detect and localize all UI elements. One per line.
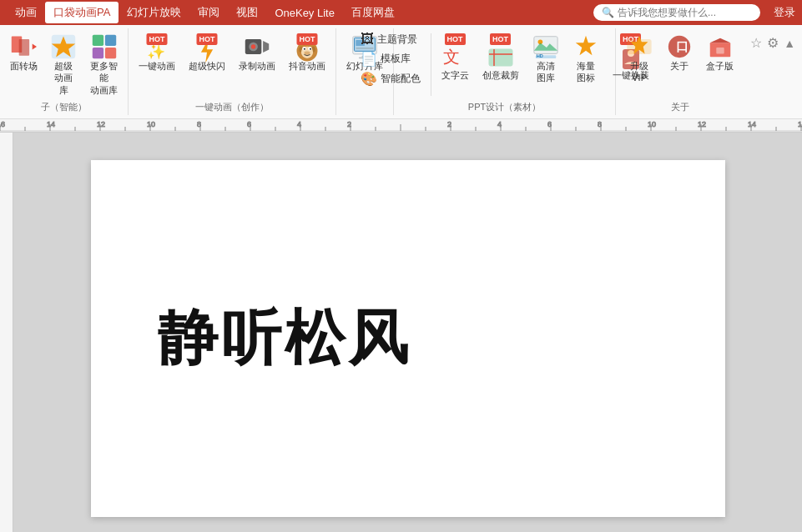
svg-text:HD: HD xyxy=(536,53,542,58)
one-anim-button[interactable]: HOT ✨ 一键动画 xyxy=(134,30,180,75)
svg-text:10: 10 xyxy=(648,120,656,128)
hot-badge-tiktok: HOT xyxy=(297,33,318,45)
about-button[interactable]: 口 关于 xyxy=(661,30,698,75)
creative-cut-button[interactable]: HOT 创意裁剪 xyxy=(477,30,524,84)
main-area: 静听松风 xyxy=(0,133,802,532)
super-flash-button[interactable]: HOT 超级快闪 xyxy=(184,30,230,75)
template-lib-icon: 📄 xyxy=(361,51,377,67)
svg-text:16: 16 xyxy=(798,120,802,128)
svg-point-23 xyxy=(304,51,310,54)
svg-rect-49 xyxy=(716,48,724,54)
smart-lib-icon xyxy=(91,33,118,60)
svg-text:文: 文 xyxy=(443,48,460,66)
mass-icons-button[interactable]: 海量 图标 xyxy=(567,30,604,88)
group-pptdesign-label: PPT设计（素材） xyxy=(468,99,541,113)
slide-area: 静听松风 xyxy=(0,133,802,532)
svg-text:4: 4 xyxy=(297,120,301,128)
settings-icon[interactable]: ⚙ xyxy=(767,35,779,51)
svg-rect-6 xyxy=(104,35,115,46)
ribbon-group-intelligent: 面转场 超级 动画库 xyxy=(0,28,129,115)
text-cloud-label: 文字云 xyxy=(441,69,469,81)
hd-gallery-button[interactable]: HD 高清 图库 xyxy=(527,30,564,88)
upgrade-vip-button[interactable]: 升级 VIP xyxy=(621,30,658,88)
smart-color-button[interactable]: 🎨 智能配色 xyxy=(356,69,426,88)
svg-rect-35 xyxy=(533,37,557,54)
menu-item-onekey[interactable]: OneKey Lite xyxy=(266,3,343,23)
menu-item-pocket[interactable]: 口袋动画PA xyxy=(45,2,119,23)
transition-button[interactable]: 面转场 xyxy=(5,30,42,75)
ruler-horizontal: 161412108642246810121416 xyxy=(0,119,802,133)
svg-text:12: 12 xyxy=(97,120,105,128)
template-lib-button[interactable]: 📄 模板库 xyxy=(356,49,426,68)
group-oneclick-label: 一键动画（创作） xyxy=(195,99,269,113)
search-input[interactable] xyxy=(618,7,751,18)
svg-point-21 xyxy=(304,48,305,50)
ribbon-group-about-content: 升级 VIP 口 关于 xyxy=(621,30,739,99)
menu-item-slideshow[interactable]: 幻灯片放映 xyxy=(119,2,189,23)
upgrade-vip-label: 升级 VIP xyxy=(630,60,648,84)
ruler-vertical xyxy=(0,133,13,532)
ribbon-group-oneclick-content: HOT ✨ 一键动画 HOT 超级快闪 xyxy=(134,30,330,99)
svg-text:12: 12 xyxy=(698,120,706,128)
ppt-design-small-col: 🖼 主题背景 📄 模板库 🎨 智能配色 xyxy=(356,30,426,88)
hot-badge-flash: HOT xyxy=(197,33,218,45)
hot-badge-creativecut: HOT xyxy=(490,33,511,45)
about-icon: 口 xyxy=(666,33,693,60)
login-button[interactable]: 登录 xyxy=(774,5,795,20)
box-edition-button[interactable]: 盒子版 xyxy=(701,30,739,75)
menu-item-view[interactable]: 视图 xyxy=(228,2,266,23)
hot-badge-oneclick: HOT xyxy=(147,33,168,45)
search-box: 🔍 xyxy=(593,4,760,21)
ppt-divider xyxy=(431,33,431,96)
search-icon: 🔍 xyxy=(602,7,614,18)
smart-lib-button[interactable]: 更多智能 动画库 xyxy=(85,30,123,99)
svg-point-14 xyxy=(251,44,255,48)
slide-canvas[interactable]: 静听松风 xyxy=(91,160,725,517)
svg-marker-12 xyxy=(263,41,269,53)
ruler-h-svg: 161412108642246810121416 xyxy=(0,119,802,133)
theme-bg-icon: 🖼 xyxy=(361,32,374,47)
super-lib-button[interactable]: 超级 动画库 xyxy=(45,30,82,99)
upgrade-vip-icon xyxy=(626,33,653,60)
hot-badge-textcloud: HOT xyxy=(445,33,466,45)
creative-cut-icon xyxy=(487,46,514,69)
transition-icon xyxy=(10,33,37,60)
theme-bg-button[interactable]: 🖼 主题背景 xyxy=(356,30,426,48)
svg-text:8: 8 xyxy=(598,120,602,128)
ribbon-group-pptdesign-content: 🖼 主题背景 📄 模板库 🎨 智能配色 HOT 文 xyxy=(356,30,654,99)
tiktok-anim-icon: HOT xyxy=(294,33,320,60)
ribbon: 面转场 超级 动画库 xyxy=(0,25,802,119)
svg-text:10: 10 xyxy=(147,120,155,128)
box-edition-icon xyxy=(707,33,734,60)
svg-text:14: 14 xyxy=(47,120,55,128)
hd-gallery-label: 高清 图库 xyxy=(537,60,555,84)
group-intelligent-label: 子（智能） xyxy=(41,99,87,113)
super-flash-icon: HOT xyxy=(194,33,220,60)
menu-item-animation[interactable]: 动画 xyxy=(7,2,45,23)
star-icon[interactable]: ☆ xyxy=(750,35,762,51)
menu-item-baidu[interactable]: 百度网盘 xyxy=(343,2,403,23)
svg-text:2: 2 xyxy=(447,120,451,128)
svg-rect-8 xyxy=(104,48,115,58)
mass-icons-label: 海量 图标 xyxy=(577,60,595,84)
svg-rect-32 xyxy=(489,49,512,66)
svg-text:8: 8 xyxy=(197,120,201,128)
tiktok-anim-button[interactable]: HOT 抖音动画 xyxy=(284,30,330,75)
ribbon-group-about: 升级 VIP 口 关于 xyxy=(616,28,744,115)
svg-text:6: 6 xyxy=(247,120,251,128)
ribbon-group-oneclick: HOT ✨ 一键动画 HOT 超级快闪 xyxy=(129,28,336,115)
menu-item-review[interactable]: 审阅 xyxy=(189,2,228,23)
svg-text:14: 14 xyxy=(748,120,756,128)
super-lib-icon xyxy=(50,33,77,60)
transition-label: 面转场 xyxy=(10,60,38,72)
svg-text:6: 6 xyxy=(547,120,552,128)
collapse-icon[interactable]: ▲ xyxy=(784,37,795,50)
svg-text:2: 2 xyxy=(347,120,351,128)
template-lib-label: 模板库 xyxy=(381,52,411,66)
svg-rect-5 xyxy=(92,35,103,46)
record-anim-button[interactable]: 录制动画 xyxy=(234,30,280,75)
svg-text:✨: ✨ xyxy=(147,43,166,61)
ribbon-group-pptdesign: 🖼 主题背景 📄 模板库 🎨 智能配色 HOT 文 xyxy=(394,28,616,115)
one-anim-icon: HOT ✨ xyxy=(144,33,170,60)
text-cloud-button[interactable]: HOT 文 文字云 xyxy=(436,30,474,84)
